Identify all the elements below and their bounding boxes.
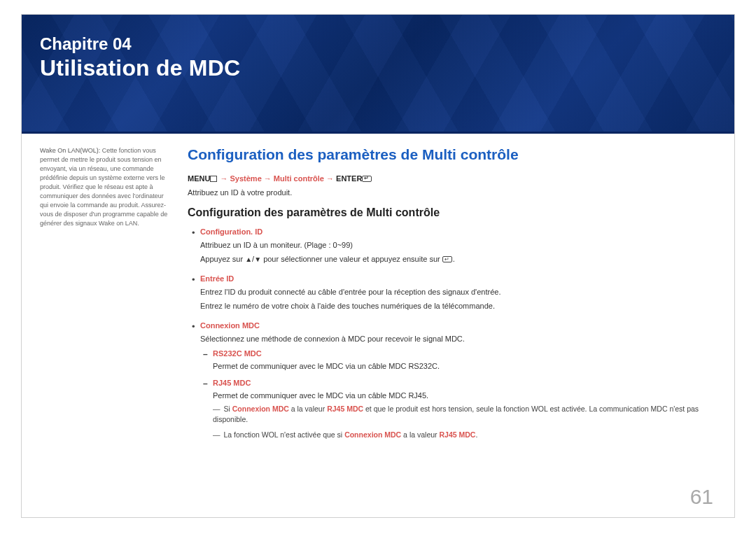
arrow-up-icon: ▲ bbox=[245, 254, 252, 265]
sub-line: Permet de communiquer avec le MDC via un… bbox=[213, 390, 716, 402]
banner-text: Chapitre 04 Utilisation de MDC bbox=[22, 15, 734, 81]
item-title-config-id: Configuration. ID bbox=[200, 227, 716, 236]
menu-icon bbox=[210, 176, 217, 182]
menu-label: MENU bbox=[188, 174, 210, 183]
section-heading-blue: Configuration des paramètres de Multi co… bbox=[188, 146, 716, 163]
chapter-banner: Chapitre 04 Utilisation de MDC bbox=[22, 15, 734, 134]
enter-icon bbox=[362, 176, 372, 182]
menu-path: MENU → Système → Multi contrôle → ENTER bbox=[188, 174, 716, 183]
note-mid: a la valeur bbox=[401, 430, 439, 439]
item-title-entree-id: Entrée ID bbox=[200, 274, 716, 283]
item-line: Entrez le numéro de votre choix à l'aide… bbox=[200, 300, 716, 312]
sub-title-rs232c: RS232C MDC bbox=[213, 349, 716, 358]
note-pre: La fonction WOL n'est activée que si bbox=[224, 430, 345, 439]
line-suffix: pour sélectionner une valeur et appuyez … bbox=[261, 255, 442, 263]
note-line: ―Si Connexion MDC a la valeur RJ45 MDC e… bbox=[213, 404, 716, 426]
enter-label: ENTER bbox=[336, 174, 362, 183]
sub-list: RS232C MDC Permet de communiquer avec le… bbox=[200, 349, 716, 441]
content-area: Wake On LAN(WOL): Cette fonction vous pe… bbox=[22, 134, 734, 451]
arrow-down-icon: ▼ bbox=[254, 254, 261, 265]
note-kw: RJ45 MDC bbox=[439, 430, 475, 439]
list-item: Connexion MDC Sélectionnez une méthode d… bbox=[200, 321, 716, 441]
enter-icon bbox=[442, 256, 452, 262]
note-kw: RJ45 MDC bbox=[327, 405, 363, 413]
list-item: Configuration. ID Attribuez un ID à un m… bbox=[200, 227, 716, 265]
menu-path-mid: → Système → Multi contrôle → bbox=[218, 174, 336, 183]
item-line: Sélectionnez une méthode de connexion à … bbox=[200, 333, 716, 345]
config-list: Configuration. ID Attribuez un ID à un m… bbox=[188, 227, 716, 441]
note-mid: a la valeur bbox=[289, 405, 327, 413]
list-item: Entrée ID Entrez l'ID du produit connect… bbox=[200, 274, 716, 311]
sub-line: Permet de communiquer avec le MDC via un… bbox=[213, 360, 716, 372]
main-column: Configuration des paramètres de Multi co… bbox=[188, 146, 716, 451]
sub-title-rj45: RJ45 MDC bbox=[213, 379, 716, 387]
line-prefix: Appuyez sur bbox=[200, 255, 245, 263]
note-post: . bbox=[475, 430, 477, 439]
note-kw: Connexion MDC bbox=[344, 430, 401, 439]
note-pre: Si bbox=[224, 405, 232, 413]
chapter-title: Utilisation de MDC bbox=[40, 55, 734, 81]
item-title-connexion-mdc: Connexion MDC bbox=[200, 321, 716, 330]
document-page: Chapitre 04 Utilisation de MDC Wake On L… bbox=[21, 14, 735, 518]
subsection-heading: Configuration des paramètres de Multi co… bbox=[188, 206, 716, 219]
wol-body: Cette fonction vous permet de mettre le … bbox=[40, 147, 167, 227]
note-dash-icon: ― bbox=[213, 430, 220, 439]
page-number: 61 bbox=[690, 485, 713, 509]
sidebar-note: Wake On LAN(WOL): Cette fonction vous pe… bbox=[40, 146, 169, 451]
assign-text: Attribuez un ID à votre produit. bbox=[188, 188, 716, 197]
wol-title: Wake On LAN(WOL): bbox=[40, 147, 100, 154]
item-line: Entrez l'ID du produit connecté au câble… bbox=[200, 286, 716, 298]
sub-list-item: RS232C MDC Permet de communiquer avec le… bbox=[213, 349, 716, 372]
note-line: ―La fonction WOL n'est activée que si Co… bbox=[213, 430, 716, 441]
note-kw: Connexion MDC bbox=[232, 405, 289, 413]
item-line: Appuyez sur ▲/▼ pour sélectionner une va… bbox=[200, 253, 716, 265]
sub-list-item: RJ45 MDC Permet de communiquer avec le M… bbox=[213, 379, 716, 441]
chapter-label: Chapitre 04 bbox=[40, 34, 734, 54]
note-dash-icon: ― bbox=[213, 405, 220, 413]
item-line: Attribuez un ID à un moniteur. (Plage : … bbox=[200, 239, 716, 251]
